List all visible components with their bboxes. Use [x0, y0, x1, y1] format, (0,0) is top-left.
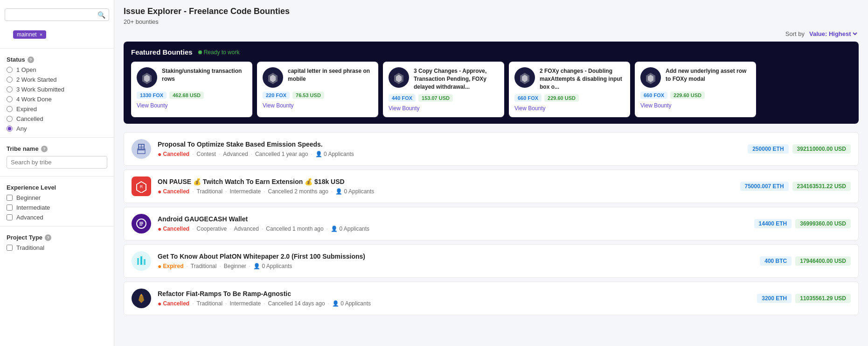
tribe-help-icon[interactable]: ?: [41, 146, 48, 152]
divider-3: [0, 176, 114, 177]
view-bounty-link-2[interactable]: View Bounty: [389, 105, 420, 112]
view-bounty-link-1[interactable]: View Bounty: [263, 102, 294, 109]
featured-title: Featured Bounties: [131, 48, 193, 56]
bounty-row-1[interactable]: R ON PAUSE 💰 Twitch Watch To Earn Extens…: [124, 169, 859, 203]
view-bounty-link-4[interactable]: View Bounty: [640, 102, 672, 109]
bounty-meta-2: ● Cancelled · Cooperative · Advanced · C…: [158, 225, 748, 233]
search-icon: 🔍: [97, 11, 105, 19]
card-avatar-0: [137, 67, 157, 88]
card-usd-2: 153.07 USD: [418, 94, 453, 102]
view-bounty-link-3[interactable]: View Bounty: [514, 105, 546, 112]
expire-dot-icon-3: ●: [158, 262, 161, 270]
badge-usd-1: 234163531.22 USD: [792, 182, 851, 191]
badge-crypto-1: 75000.007 ETH: [740, 182, 789, 191]
exp-advanced[interactable]: Advanced: [0, 212, 114, 222]
status-option-cancelled[interactable]: Cancelled: [0, 114, 114, 124]
svg-marker-24: [139, 296, 144, 303]
badge-crypto-2: 14400 ETH: [754, 219, 792, 228]
view-bounty-link-0[interactable]: View Bounty: [137, 102, 168, 109]
badge-crypto-3: 400 BTC: [760, 256, 792, 266]
featured-card-top-3: 2 FOXy changes - Doubling maxAttempts & …: [514, 67, 625, 91]
featured-card-3[interactable]: 2 FOXy changes - Doubling maxAttempts & …: [509, 62, 630, 117]
status-help-icon[interactable]: ?: [28, 56, 34, 63]
card-amounts-4: 660 FOX 229.60 USD: [640, 92, 750, 99]
bounty-row-3[interactable]: Get To Know About PlatON Whitepaper 2.0 …: [124, 244, 859, 278]
status-section-title: Status ?: [0, 52, 114, 65]
featured-cards: Staking/unstaking transaction rows 1330 …: [131, 62, 851, 117]
status-option-open[interactable]: 1 Open: [0, 65, 114, 75]
bounty-applicants-3: 👤 0 Applicants: [253, 263, 292, 269]
featured-card-1[interactable]: capital letter in seed phrase on mobile …: [257, 62, 378, 117]
card-crypto-3: 660 FOX: [514, 94, 542, 102]
sidebar-search-wrap: 🔍: [0, 5, 114, 25]
card-crypto-0: 1330 FOX: [137, 92, 167, 99]
project-help-icon[interactable]: ?: [45, 234, 51, 241]
bounty-applicants-4: 👤 0 Applicants: [332, 300, 371, 307]
status-option-any[interactable]: Any: [0, 124, 114, 134]
bounty-meta-4: ● Cancelled · Traditional · Intermediate…: [158, 300, 750, 307]
featured-card-top-4: Add new underlying asset row to FOXy mod…: [640, 67, 750, 88]
card-crypto-1: 220 FOX: [263, 92, 290, 99]
card-amounts-0: 1330 FOX 462.68 USD: [137, 92, 247, 99]
bounty-row-0[interactable]: Proposal To Optimize Stake Based Emissio…: [124, 132, 859, 166]
featured-card-4[interactable]: Add new underlying asset row to FOXy mod…: [635, 62, 756, 117]
bounty-time-2: Cancelled 1 month ago: [266, 226, 323, 232]
status-badge-3: ● Expired: [158, 262, 183, 270]
bounty-row-2[interactable]: Android GAUGECASH Wallet ● Cancelled · C…: [124, 207, 859, 240]
featured-card-0[interactable]: Staking/unstaking transaction rows 1330 …: [131, 62, 252, 117]
exp-intermediate[interactable]: Intermediate: [0, 203, 114, 212]
status-badge-0: ● Cancelled: [158, 150, 189, 158]
card-amounts-3: 660 FOX 229.60 USD: [514, 94, 625, 102]
card-usd-3: 229.60 USD: [544, 94, 579, 102]
mainnet-tag[interactable]: mainnet ×: [13, 30, 46, 39]
bounty-row-4[interactable]: Refactor Fiat-Ramps To Be Ramp-Agnostic …: [124, 282, 859, 315]
bounty-level-2: Advanced: [234, 226, 259, 232]
sidebar: 🔍 mainnet × Status ? 1 Open 2 Work Start…: [0, 0, 114, 346]
card-crypto-4: 660 FOX: [640, 92, 667, 99]
tribe-search-input[interactable]: [7, 156, 107, 169]
divider: [0, 48, 114, 49]
bounty-info-1: ON PAUSE 💰 Twitch Watch To Earn Extensio…: [158, 178, 734, 195]
cancel-dot-icon-1: ●: [158, 188, 161, 195]
bounty-avatar-4: [132, 289, 151, 308]
featured-section: Featured Bounties Ready to work Staking/…: [124, 42, 859, 124]
cancel-dot-icon-0: ●: [158, 150, 161, 158]
sort-select[interactable]: Value: Highest Value: Lowest Newest Olde…: [807, 30, 859, 38]
bounty-type-3: Traditional: [191, 263, 217, 269]
main-content: Issue Explorer - Freelance Code Bounties…: [114, 0, 868, 346]
status-option-work-submitted[interactable]: 3 Work Submitted: [0, 85, 114, 94]
exp-beginner[interactable]: Beginner: [0, 193, 114, 203]
bounty-avatar-3: [132, 251, 151, 271]
card-avatar-1: [263, 67, 283, 88]
bounty-time-1: Cancelled 2 months ago: [268, 188, 328, 195]
card-usd-1: 76.53 USD: [292, 92, 324, 99]
status-option-work-done[interactable]: 4 Work Done: [0, 94, 114, 104]
bounty-time-4: Cancelled 14 days ago: [268, 300, 325, 307]
bounty-title-2: Android GAUGECASH Wallet: [158, 215, 748, 223]
featured-card-2[interactable]: 3 Copy Changes - Approve, Transaction Pe…: [383, 62, 504, 117]
card-crypto-2: 440 FOX: [389, 94, 416, 102]
status-option-work-started[interactable]: 2 Work Started: [0, 75, 114, 85]
close-icon[interactable]: ×: [40, 32, 42, 37]
bounty-meta-0: ● Cancelled · Contest · Advanced · Cance…: [158, 150, 741, 158]
global-search-input[interactable]: [5, 8, 109, 21]
tribe-section-title: Tribe name ?: [0, 141, 114, 154]
cancel-dot-icon-4: ●: [158, 300, 161, 307]
bounty-amounts-1: 75000.007 ETH 234163531.22 USD: [740, 182, 851, 191]
bounty-title-4: Refactor Fiat-Ramps To Be Ramp-Agnostic: [158, 290, 750, 297]
ready-badge: Ready to work: [198, 49, 240, 56]
card-amounts-1: 220 FOX 76.53 USD: [263, 92, 373, 99]
proj-traditional[interactable]: Traditional: [0, 243, 114, 253]
experience-section-title: Experience Level: [0, 180, 114, 193]
mainnet-label: mainnet: [17, 31, 37, 38]
filter-tag-area: mainnet ×: [0, 25, 114, 44]
card-avatar-2: [389, 67, 409, 88]
bounty-applicants-1: 👤 0 Applicants: [335, 188, 374, 195]
status-badge-2: ● Cancelled: [158, 225, 189, 233]
status-option-expired[interactable]: Expired: [0, 104, 114, 114]
bounty-amounts-0: 250000 ETH 392110000.00 USD: [748, 144, 851, 154]
bounty-applicants-0: 👤 0 Applicants: [315, 151, 354, 157]
bounty-meta-1: ● Cancelled · Traditional · Intermediate…: [158, 188, 734, 195]
bounty-amounts-3: 400 BTC 17946400.00 USD: [760, 256, 851, 266]
bounty-type-1: Traditional: [197, 188, 223, 195]
